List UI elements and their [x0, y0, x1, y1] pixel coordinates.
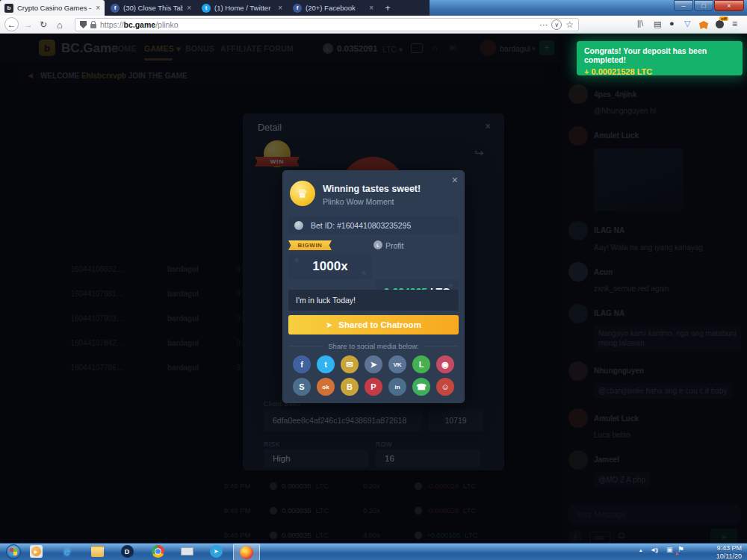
forward-icon: → — [24, 19, 33, 30]
tab-title: (1) Home / Twitter — [214, 4, 274, 12]
lock-icon — [90, 24, 96, 28]
taskbar-digibyte[interactable]: D — [116, 544, 138, 559]
tracking-shield-icon[interactable] — [80, 21, 87, 28]
sidebar-icon[interactable]: ▤ — [654, 19, 661, 29]
social-row-2: S ok B P in ☎ ☺ — [293, 378, 454, 396]
window-titlebar: b Crypto Casino Games - The 16 × f (30) … — [0, 0, 747, 16]
screen: b Crypto Casino Games - The 16 × f (30) … — [0, 0, 747, 560]
modal-title: Winning tastes sweet! — [323, 184, 421, 194]
menu-icon[interactable]: ≡ — [732, 19, 737, 29]
url-bar[interactable]: https://bc.game/plinko ⋯ ∨ ☆ — [75, 18, 579, 31]
reload-icon: ↻ — [40, 19, 47, 30]
taskbar-explorer[interactable] — [86, 544, 108, 559]
pocket-icon[interactable]: ∨ — [551, 19, 562, 30]
pinterest-icon[interactable]: P — [365, 378, 382, 396]
bigwin-badge: BIGWIN — [288, 240, 332, 250]
tab-strip: b Crypto Casino Games - The 16 × f (30) … — [0, 0, 430, 16]
tab-facebook-close[interactable]: f (30) Close This Tab × — [106, 0, 196, 16]
multiplier-panel: ★★ 1000x — [288, 254, 372, 279]
reddit-icon[interactable]: ☺ — [436, 378, 454, 396]
close-button[interactable]: × — [714, 0, 744, 11]
vk-icon[interactable]: VK — [388, 355, 406, 373]
facebook-icon[interactable]: f — [293, 355, 311, 373]
back-button[interactable]: ← — [4, 17, 19, 31]
network-icon[interactable]: ▣ — [666, 546, 673, 553]
taskbar-firefox-active[interactable] — [233, 544, 260, 560]
bookmark-star-icon[interactable]: ☆ — [565, 19, 574, 30]
toast-amount: + 0.00021528 LTC — [584, 67, 735, 76]
taskbar — [0, 543, 747, 560]
ltc-coin-icon: Ł — [374, 240, 382, 249]
taskbar-telegram[interactable]: ➤ — [205, 544, 227, 559]
home-button[interactable]: ⌂ — [54, 19, 66, 31]
whatsapp-icon[interactable]: ☎ — [412, 378, 430, 396]
twitter-icon[interactable]: t — [317, 355, 335, 373]
tray-expand-icon[interactable]: ▴ — [639, 547, 642, 553]
facebook-favicon: f — [293, 4, 302, 13]
linkedin-icon[interactable]: in — [388, 378, 406, 396]
browser-toolbar: ← → ↻ ⌂ https://bc.game/plinko ⋯ ∨ ☆ ||\… — [0, 16, 747, 34]
deposit-toast[interactable]: Congrats! Your deposit has been complete… — [577, 41, 743, 75]
keyboard-icon — [181, 547, 193, 556]
forward-button[interactable]: → — [22, 19, 34, 31]
window-controls: – □ × — [674, 0, 744, 11]
tab-close-icon[interactable]: × — [96, 4, 100, 12]
volume-icon[interactable]: ◄)) — [650, 547, 657, 553]
action-center-flag-icon[interactable]: ⚑ — [678, 545, 684, 553]
clock[interactable]: 9:43 PM 10/11/20 — [691, 544, 742, 560]
firefox-icon — [240, 546, 253, 559]
library-icon[interactable]: ||\ — [637, 19, 643, 28]
social-row-1: f t ✉ ➤ VK L ◉ — [293, 355, 454, 373]
shield-extension-icon[interactable]: ▽ — [684, 19, 690, 28]
taskbar-keyboard[interactable] — [176, 544, 198, 559]
instagram-icon[interactable]: ◉ — [436, 355, 454, 373]
email-icon[interactable]: ✉ — [341, 355, 359, 373]
tab-close-icon[interactable]: × — [187, 4, 191, 12]
adblock-extension-icon[interactable] — [716, 20, 724, 28]
tab-facebook[interactable]: f (20+) Facebook × — [288, 0, 378, 16]
digibyte-icon: D — [121, 545, 134, 558]
multiplier-value: 1000x — [312, 259, 347, 274]
social-divider: Share to social media below: — [288, 342, 459, 350]
skype-icon[interactable]: S — [293, 378, 311, 396]
play-icon: ▶ — [31, 547, 41, 556]
tab-close-icon[interactable]: × — [278, 4, 282, 12]
minimize-button[interactable]: – — [674, 0, 693, 11]
url-text: https://bc.game/plinko — [100, 20, 178, 29]
extension-off-badge: off — [719, 16, 728, 21]
clock-time: 9:43 PM — [691, 544, 742, 553]
page-actions-icon[interactable]: ⋯ — [539, 20, 548, 30]
taskbar-internet-explorer[interactable]: e — [56, 544, 78, 559]
tab-title: (20+) Facebook — [306, 4, 365, 12]
taskbar-wmp[interactable]: ▶ — [25, 544, 47, 559]
reload-button[interactable]: ↻ — [37, 19, 49, 31]
action-center-alert-badge: × — [675, 551, 678, 556]
tab-twitter[interactable]: t (1) Home / Twitter × — [197, 0, 287, 16]
share-to-chatroom-button[interactable]: ➤ Shared to Chatroom — [288, 315, 459, 335]
restore-button[interactable]: □ — [694, 0, 713, 11]
profit-label: Profit — [385, 241, 404, 250]
twitter-favicon: t — [202, 4, 211, 13]
taskbar-chrome[interactable] — [146, 544, 169, 559]
ball-icon — [294, 221, 303, 230]
start-button[interactable] — [2, 544, 25, 559]
extension-dark-icon[interactable]: ● — [669, 19, 675, 28]
bcgame-favicon: b — [4, 4, 13, 13]
chrome-icon — [152, 545, 164, 558]
share-message-input[interactable] — [288, 290, 459, 311]
tab-bcgame[interactable]: b Crypto Casino Games - The 16 × — [0, 0, 105, 16]
windows-flag-icon — [10, 547, 17, 555]
new-tab-button[interactable]: + — [381, 1, 394, 14]
home-icon: ⌂ — [57, 19, 63, 31]
telegram-icon[interactable]: ➤ — [365, 355, 382, 373]
metamask-fox-icon[interactable] — [699, 21, 708, 29]
tab-title: Crypto Casino Games - The 16 — [17, 4, 92, 12]
line-icon[interactable]: L — [412, 355, 430, 373]
close-icon[interactable]: × — [452, 174, 458, 186]
facebook-favicon: f — [111, 4, 120, 13]
tab-close-icon[interactable]: × — [369, 4, 374, 12]
bet-id-text: Bet ID: #1604410803235295 — [311, 221, 411, 230]
tab-title: (30) Close This Tab — [123, 4, 183, 12]
odnoklassniki-icon[interactable]: ok — [317, 378, 335, 396]
bitcoin-icon[interactable]: B — [341, 378, 359, 396]
